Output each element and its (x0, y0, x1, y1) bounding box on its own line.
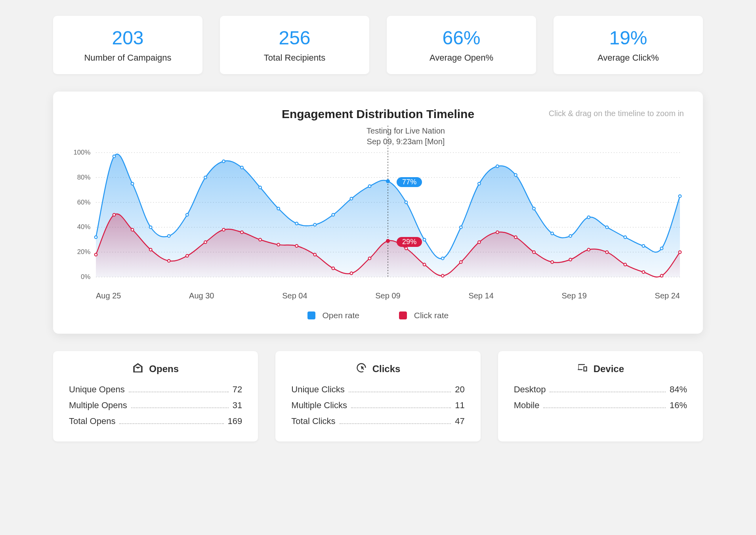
svg-point-12 (95, 236, 97, 239)
svg-point-53 (241, 231, 243, 233)
svg-point-31 (441, 257, 444, 260)
svg-point-43 (660, 247, 663, 250)
svg-point-71 (569, 258, 572, 261)
svg-point-70 (551, 261, 554, 264)
x-tick-label: Aug 30 (189, 291, 214, 300)
kpi-value: 203 (61, 27, 195, 49)
x-tick-label: Sep 14 (468, 291, 493, 300)
svg-point-54 (259, 238, 262, 241)
stats-row: Opens Unique Opens 72 Multiple Opens 31 … (53, 351, 703, 441)
svg-point-57 (313, 253, 316, 256)
kpi-label: Total Recipients (228, 53, 361, 63)
x-tick-label: Sep 09 (375, 291, 400, 300)
svg-point-73 (605, 251, 608, 254)
svg-point-66 (478, 241, 481, 244)
svg-point-65 (460, 261, 462, 264)
kpi-label: Number of Campaigns (61, 53, 195, 63)
stat-key: Multiple Opens (69, 400, 127, 411)
svg-text:80%: 80% (77, 174, 90, 181)
svg-point-13 (113, 155, 116, 158)
svg-point-16 (168, 235, 170, 237)
svg-point-17 (186, 214, 189, 216)
chart-plot-area[interactable]: 0%20%40%60%80%100% 77% 29% (96, 149, 680, 284)
svg-text:60%: 60% (77, 198, 90, 206)
stat-value: 84% (670, 384, 687, 395)
stat-key: Total Opens (69, 416, 115, 426)
stat-value: 169 (228, 416, 242, 426)
svg-point-46 (113, 214, 116, 216)
stat-row-unique-opens: Unique Opens 72 (69, 384, 242, 395)
stat-key: Mobile (514, 400, 540, 411)
chart-tooltip: Testing for Live Nation Sep 09, 9:23am [… (128, 126, 684, 147)
stat-key: Multiple Clicks (291, 400, 347, 411)
clicks-card: Clicks Unique Clicks 20 Multiple Clicks … (275, 351, 480, 441)
chart-legend: Open rate Click rate (72, 311, 684, 320)
legend-swatch-open (307, 311, 315, 319)
svg-point-62 (405, 247, 408, 250)
svg-point-26 (350, 197, 353, 200)
svg-point-32 (460, 226, 462, 229)
svg-point-77 (679, 251, 682, 254)
svg-point-48 (149, 248, 152, 251)
stat-key: Total Clicks (291, 416, 335, 426)
legend-item-open: Open rate (307, 311, 359, 320)
svg-point-36 (533, 207, 535, 210)
legend-item-click: Click rate (399, 311, 449, 320)
x-tick-label: Sep 24 (655, 291, 680, 300)
kpi-card-open-rate: 66% Average Open% (387, 16, 536, 74)
svg-point-34 (496, 165, 499, 168)
svg-text:100%: 100% (74, 149, 91, 156)
svg-point-50 (186, 254, 189, 257)
svg-text:0%: 0% (81, 273, 90, 281)
svg-point-52 (222, 228, 225, 231)
legend-label-click: Click rate (414, 311, 449, 320)
opens-card-title: Opens (149, 363, 179, 374)
svg-point-30 (423, 238, 426, 241)
stat-value: 72 (233, 384, 242, 395)
device-card-header: Device (514, 362, 687, 376)
chart-zoom-hint: Click & drag on the timeline to zoom in (549, 109, 684, 118)
tooltip-line-2: Sep 09, 9:23am [Mon] (128, 136, 684, 147)
x-tick-label: Aug 25 (96, 291, 121, 300)
kpi-row: 203 Number of Campaigns 256 Total Recipi… (53, 16, 703, 74)
stat-row-unique-clicks: Unique Clicks 20 (291, 384, 464, 395)
svg-point-56 (295, 245, 298, 247)
devices-icon (577, 362, 588, 376)
svg-point-39 (587, 216, 590, 219)
svg-point-68 (514, 236, 517, 239)
svg-point-27 (368, 185, 371, 187)
tooltip-open-pill: 77% (397, 177, 422, 187)
svg-point-79 (386, 179, 390, 183)
stat-row-mobile: Mobile 16% (514, 400, 687, 411)
svg-point-49 (168, 260, 170, 262)
svg-point-74 (624, 263, 626, 266)
kpi-card-campaigns: 203 Number of Campaigns (53, 16, 202, 74)
svg-point-75 (642, 271, 645, 273)
kpi-card-recipients: 256 Total Recipients (220, 16, 369, 74)
clicks-card-title: Clicks (372, 363, 401, 374)
opens-card: Opens Unique Opens 72 Multiple Opens 31 … (53, 351, 258, 441)
svg-point-24 (313, 224, 316, 226)
svg-point-47 (131, 228, 134, 231)
chart-title: Engagement Distribution Timeline (282, 107, 474, 121)
svg-point-25 (332, 214, 334, 216)
svg-text:40%: 40% (77, 223, 90, 231)
kpi-value: 66% (395, 27, 528, 49)
svg-point-59 (350, 272, 353, 275)
svg-point-29 (405, 201, 408, 204)
svg-point-42 (642, 245, 645, 247)
opens-card-header: Opens (69, 362, 242, 376)
svg-point-58 (332, 267, 334, 270)
svg-point-20 (241, 166, 243, 169)
svg-point-64 (441, 274, 444, 277)
envelope-open-icon (132, 362, 143, 376)
svg-text:20%: 20% (77, 248, 90, 256)
stat-row-total-opens: Total Opens 169 (69, 416, 242, 426)
kpi-label: Average Open% (395, 53, 528, 63)
svg-point-67 (496, 231, 499, 233)
svg-point-33 (478, 182, 481, 185)
svg-point-22 (277, 207, 280, 210)
kpi-value: 19% (561, 27, 695, 49)
svg-point-45 (95, 253, 97, 256)
stat-row-multiple-opens: Multiple Opens 31 (69, 400, 242, 411)
